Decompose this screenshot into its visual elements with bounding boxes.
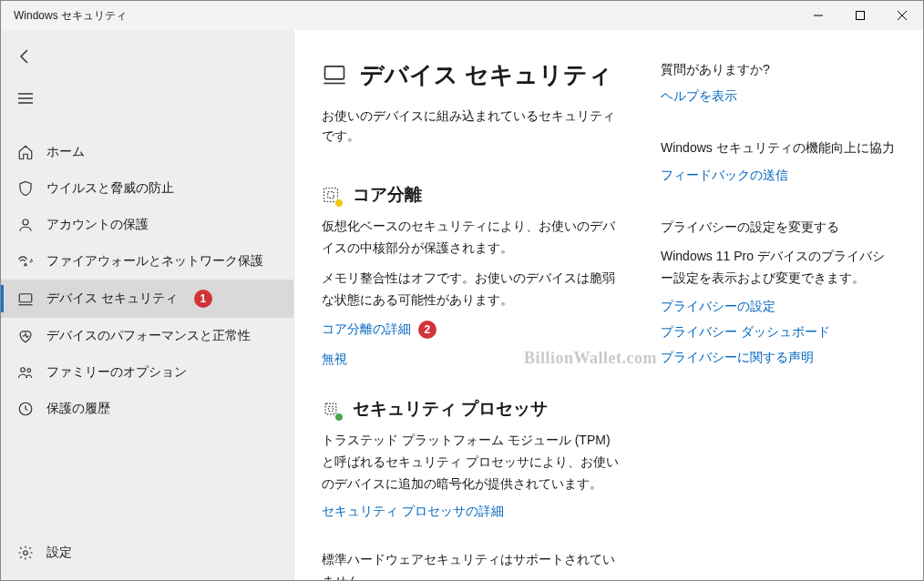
sidebar-item-firewall[interactable]: ファイアウォールとネットワーク保護 bbox=[1, 243, 293, 280]
window-controls bbox=[797, 1, 923, 30]
core-isolation-desc: 仮想化ベースのセキュリティにより、お使いのデバイスの中核部分が保護されます。 bbox=[322, 216, 624, 260]
svg-rect-0 bbox=[857, 12, 865, 20]
sidebar-item-label: ファイアウォールとネットワーク保護 bbox=[46, 253, 263, 270]
svg-rect-11 bbox=[325, 403, 336, 414]
network-icon bbox=[17, 253, 34, 270]
sidebar-item-label: デバイス セキュリティ bbox=[46, 290, 178, 307]
hamburger-button[interactable] bbox=[1, 81, 293, 116]
annotation-badge-2: 2 bbox=[418, 321, 436, 339]
sidebar-item-virus[interactable]: ウイルスと脅威の防止 bbox=[1, 170, 293, 207]
heart-icon bbox=[17, 328, 34, 344]
sidebar-item-performance[interactable]: デバイスのパフォーマンスと正常性 bbox=[1, 318, 293, 354]
svg-point-7 bbox=[24, 551, 28, 556]
svg-rect-12 bbox=[329, 406, 334, 411]
annotation-badge-1: 1 bbox=[194, 290, 212, 308]
sidebar-item-home[interactable]: ホーム bbox=[1, 134, 293, 170]
core-isolation-icon bbox=[322, 186, 340, 204]
privacy-block: プライバシーの設定を変更する Windows 11 Pro デバイスのプライバシ… bbox=[661, 217, 896, 366]
section-security-processor: セキュリティ プロセッサ トラステッド プラットフォーム モジュール (TPM)… bbox=[322, 397, 624, 520]
sidebar-item-history[interactable]: 保護の履歴 bbox=[1, 391, 293, 427]
maximize-button[interactable] bbox=[839, 1, 881, 30]
nav: ホーム ウイルスと脅威の防止 アカウントの保護 ファイアウォールとネットワーク保… bbox=[1, 134, 293, 535]
sidebar-item-account[interactable]: アカウントの保護 bbox=[1, 207, 293, 243]
sidebar-item-family[interactable]: ファミリーのオプション bbox=[1, 354, 293, 391]
svg-rect-3 bbox=[19, 294, 32, 302]
core-isolation-status: メモリ整合性はオフです。お使いのデバイスは脆弱な状態にある可能性があります。 bbox=[322, 268, 624, 311]
security-processor-details-link[interactable]: セキュリティ プロセッサの詳細 bbox=[322, 504, 624, 520]
feedback-heading: Windows セキュリティの機能向上に協力 bbox=[661, 138, 896, 158]
account-icon bbox=[17, 217, 34, 233]
shield-icon bbox=[17, 180, 34, 197]
core-isolation-ignore-link[interactable]: 無視 bbox=[322, 352, 624, 368]
help-heading: 質問がありますか? bbox=[661, 59, 896, 79]
ok-status-icon bbox=[334, 413, 344, 422]
sidebar: ホーム ウイルスと脅威の防止 アカウントの保護 ファイアウォールとネットワーク保… bbox=[1, 30, 294, 580]
feedback-block: Windows セキュリティの機能向上に協力 フィードバックの送信 bbox=[661, 138, 896, 183]
window-title: Windows セキュリティ bbox=[14, 8, 797, 24]
home-icon bbox=[17, 144, 34, 160]
sidebar-item-device-security[interactable]: デバイス セキュリティ 1 bbox=[1, 280, 293, 318]
content: デバイス セキュリティ お使いのデバイスに組み込まれているセキュリティです。 コ… bbox=[294, 30, 923, 580]
svg-point-1 bbox=[23, 219, 28, 225]
side-column: 質問がありますか? ヘルプを表示 Windows セキュリティの機能向上に協力 … bbox=[661, 59, 896, 553]
close-button[interactable] bbox=[881, 1, 923, 30]
section-hardware-security: 標準ハードウェアセキュリティはサポートされていません。 詳細情報 bbox=[322, 549, 624, 580]
core-isolation-title: コア分離 bbox=[353, 183, 422, 207]
hardware-security-text: 標準ハードウェアセキュリティはサポートされていません。 bbox=[322, 549, 624, 580]
device-icon bbox=[17, 290, 34, 307]
svg-point-2 bbox=[25, 264, 26, 266]
sidebar-item-label: ファミリーのオプション bbox=[46, 364, 187, 381]
page-header: デバイス セキュリティ bbox=[322, 59, 624, 91]
chip-icon bbox=[322, 400, 340, 418]
sidebar-item-label: ホーム bbox=[46, 144, 85, 160]
section-core-isolation: コア分離 仮想化ベースのセキュリティにより、お使いのデバイスの中核部分が保護され… bbox=[322, 183, 624, 368]
feedback-link[interactable]: フィードバックの送信 bbox=[661, 168, 896, 184]
security-processor-title: セキュリティ プロセッサ bbox=[353, 397, 548, 421]
sidebar-item-label: アカウントの保護 bbox=[46, 217, 149, 233]
sidebar-item-label: 設定 bbox=[46, 545, 72, 561]
sidebar-item-label: ウイルスと脅威の防止 bbox=[46, 180, 174, 197]
svg-point-4 bbox=[21, 368, 26, 372]
help-block: 質問がありますか? ヘルプを表示 bbox=[661, 59, 896, 105]
page-subtitle: お使いのデバイスに組み込まれているセキュリティです。 bbox=[322, 106, 624, 147]
minimize-button[interactable] bbox=[797, 1, 839, 30]
main-column: デバイス セキュリティ お使いのデバイスに組み込まれているセキュリティです。 コ… bbox=[322, 59, 624, 553]
sidebar-item-label: 保護の履歴 bbox=[46, 401, 110, 417]
core-isolation-details-link[interactable]: コア分離の詳細 bbox=[322, 321, 411, 336]
sidebar-item-settings[interactable]: 設定 bbox=[1, 535, 293, 571]
privacy-heading: プライバシーの設定を変更する bbox=[661, 217, 896, 237]
gear-icon bbox=[17, 545, 34, 561]
privacy-text: Windows 11 Pro デバイスのプライバシー設定を表示および変更できます… bbox=[661, 246, 896, 290]
svg-rect-10 bbox=[328, 191, 334, 198]
svg-point-5 bbox=[27, 369, 31, 372]
family-icon bbox=[17, 364, 34, 381]
security-processor-desc: トラステッド プラットフォーム モジュール (TPM) と呼ばれるセキュリティ … bbox=[322, 430, 624, 494]
help-link[interactable]: ヘルプを表示 bbox=[661, 88, 896, 105]
titlebar: Windows セキュリティ bbox=[1, 1, 923, 30]
page-title: デバイス セキュリティ bbox=[360, 59, 612, 91]
privacy-statement-link[interactable]: プライバシーに関する声明 bbox=[661, 350, 896, 366]
svg-rect-8 bbox=[325, 66, 344, 79]
history-icon bbox=[17, 401, 34, 417]
device-icon bbox=[322, 61, 347, 89]
privacy-settings-link[interactable]: プライバシーの設定 bbox=[661, 299, 896, 315]
sidebar-item-label: デバイスのパフォーマンスと正常性 bbox=[46, 328, 251, 344]
privacy-dashboard-link[interactable]: プライバシー ダッシュボード bbox=[661, 324, 896, 341]
warning-status-icon bbox=[334, 199, 344, 208]
back-button[interactable] bbox=[1, 39, 293, 74]
